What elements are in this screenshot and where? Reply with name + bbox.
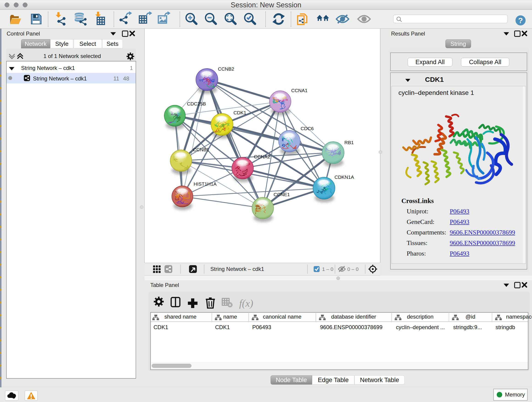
svg-text:CCNB1: CCNB1 xyxy=(193,147,209,152)
svg-text:CDC25B: CDC25B xyxy=(187,101,206,106)
svg-text:CCNB2: CCNB2 xyxy=(218,66,234,71)
svg-text:f(x): f(x) xyxy=(239,298,253,309)
svg-text:CCNA1: CCNA1 xyxy=(291,88,307,93)
svg-text:CCNE1: CCNE1 xyxy=(273,192,290,197)
svg-text:CCNA2: CCNA2 xyxy=(254,154,270,159)
svg-text:String Network – cdk1: String Network – cdk1 xyxy=(210,266,264,272)
svg-text:HIST1H1A: HIST1H1A xyxy=(194,181,216,186)
svg-text:CDKN1A: CDKN1A xyxy=(335,174,354,180)
svg-text:RB1: RB1 xyxy=(344,140,354,145)
svg-text:1 – 0: 1 – 0 xyxy=(322,266,333,272)
svg-text:CDC6: CDC6 xyxy=(301,126,314,131)
svg-text:CDK1: CDK1 xyxy=(234,110,246,115)
svg-text:0 – 0: 0 – 0 xyxy=(347,266,359,272)
